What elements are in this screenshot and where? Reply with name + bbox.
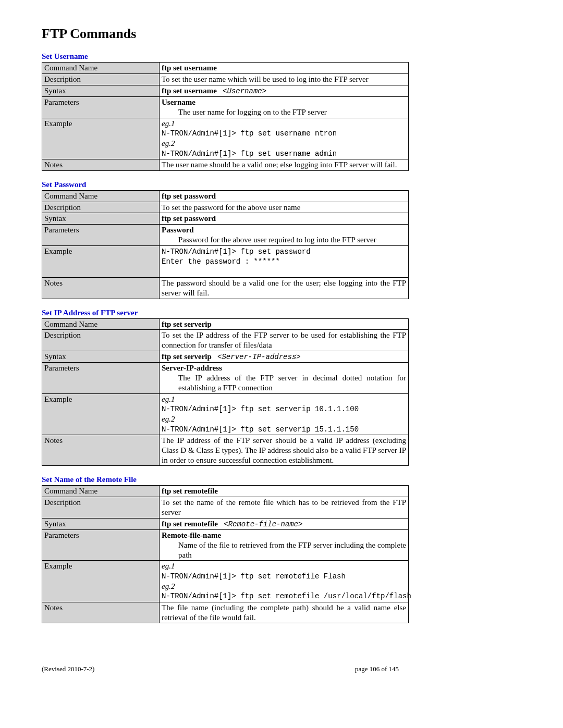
param-name: Server-IP-address: [162, 364, 222, 372]
row-label: Example: [42, 393, 160, 435]
row-label: Syntax: [42, 85, 160, 97]
row-value: Server-IP-address The IP address of the …: [160, 363, 409, 393]
eg-code: N-TRON/Admin#[1]> ftp set remotefile Fla…: [162, 572, 346, 581]
table-set-password: Command Name ftp set password Descriptio…: [42, 190, 409, 299]
row-label: Description: [42, 202, 160, 213]
row-value: To set the user name which will be used …: [160, 73, 409, 85]
syntax-cmd: ftp set remotefile: [162, 520, 218, 528]
row-label: Syntax: [42, 213, 160, 225]
row-label: Example: [42, 118, 160, 159]
row-label: Example: [42, 245, 160, 278]
param-name: Username: [162, 98, 195, 106]
eg-code: N-TRON/Admin#[1]> ftp set remotefile /us…: [162, 592, 411, 600]
row-label: Example: [42, 561, 160, 602]
row-label: Description: [42, 497, 160, 519]
row-value: Username The user name for logging on to…: [160, 97, 409, 118]
row-value: To set the password for the above user n…: [160, 202, 409, 213]
row-label: Parameters: [42, 97, 160, 118]
row-label: Parameters: [42, 530, 160, 561]
row-value: ftp set username <Username>: [160, 85, 409, 97]
param-name: Password: [162, 226, 194, 234]
row-value: ftp set remotefile <Remote-file-name>: [160, 518, 409, 530]
row-value: ftp set remotefile: [160, 486, 409, 497]
row-value: eg.1 N-TRON/Admin#[1]> ftp set username …: [160, 118, 409, 159]
param-name: Remote-file-name: [162, 531, 221, 539]
row-label: Notes: [42, 602, 160, 623]
row-value: The IP address of the FTP server should …: [160, 435, 409, 466]
row-label: Command Name: [42, 318, 160, 330]
row-value: ftp set username: [160, 63, 409, 74]
syntax-arg: <Server-IP-address>: [217, 353, 301, 361]
syntax-arg: <Username>: [223, 87, 266, 95]
section-title-set-remotefile: Set Name of the Remote File: [42, 475, 521, 484]
row-label: Syntax: [42, 351, 160, 363]
page-title: FTP Commands: [42, 26, 521, 42]
row-label: Description: [42, 330, 160, 351]
row-label: Command Name: [42, 63, 160, 74]
row-value: ftp set serverip <Server-IP-address>: [160, 351, 409, 363]
syntax-arg: <Remote-file-name>: [224, 520, 302, 528]
row-value: Password Password for the above user req…: [160, 225, 409, 246]
syntax-cmd: ftp set serverip: [162, 352, 212, 361]
row-value: ftp set serverip: [160, 318, 409, 330]
syntax-cmd: ftp set username: [162, 87, 217, 95]
table-set-username: Command Name ftp set username Descriptio…: [42, 62, 409, 171]
section-title-set-serverip: Set IP Address of FTP server: [42, 309, 521, 317]
param-desc: The user name for logging on to the FTP …: [178, 107, 406, 117]
page-footer: (Revised 2010-7-2) page 106 of 145: [42, 665, 399, 673]
row-label: Notes: [42, 278, 160, 299]
param-desc: Password for the above user required to …: [178, 235, 406, 245]
row-label: Parameters: [42, 363, 160, 393]
eg-label: eg.2: [162, 415, 175, 423]
row-label: Command Name: [42, 486, 160, 497]
row-value: To set the name of the remote file which…: [160, 497, 409, 519]
row-value: eg.1 N-TRON/Admin#[1]> ftp set serverip …: [160, 393, 409, 435]
eg-code: N-TRON/Admin#[1]> ftp set username ntron: [162, 129, 337, 138]
eg-code: N-TRON/Admin#[1]> ftp set serverip 10.1.…: [162, 405, 359, 413]
param-desc: The IP address of the FTP server in deci…: [178, 373, 406, 393]
row-value: The file name (including the complete pa…: [160, 602, 409, 623]
section-title-set-username: Set Username: [42, 52, 521, 61]
eg-label: eg.1: [162, 562, 175, 570]
footer-page-number: page 106 of 145: [355, 665, 399, 673]
row-value: The password should be a valid one for t…: [160, 278, 409, 299]
eg-label: eg.1: [162, 119, 175, 128]
row-value: Remote-file-name Name of the file to ret…: [160, 530, 409, 561]
table-set-serverip: Command Name ftp set serverip Descriptio…: [42, 318, 409, 466]
section-title-set-password: Set Password: [42, 180, 521, 189]
row-label: Parameters: [42, 225, 160, 246]
row-label: Syntax: [42, 518, 160, 530]
eg-code: N-TRON/Admin#[1]> ftp set username admin: [162, 150, 337, 158]
footer-revised: (Revised 2010-7-2): [42, 665, 94, 673]
table-set-remotefile: Command Name ftp set remotefile Descript…: [42, 485, 409, 623]
eg-label: eg.2: [162, 582, 175, 590]
row-value: The user name should be a valid one; els…: [160, 159, 409, 171]
eg-label: eg.1: [162, 395, 175, 403]
row-label: Command Name: [42, 190, 160, 202]
row-label: Description: [42, 73, 160, 85]
eg-code: N-TRON/Admin#[1]> ftp set password Enter…: [162, 248, 311, 276]
row-value: ftp set password: [160, 190, 409, 202]
eg-label: eg.2: [162, 139, 175, 147]
row-value: To set the IP address of the FTP server …: [160, 330, 409, 351]
eg-code: N-TRON/Admin#[1]> ftp set serverip 15.1.…: [162, 425, 359, 434]
row-value: ftp set password: [160, 213, 409, 225]
row-value: eg.1 N-TRON/Admin#[1]> ftp set remotefil…: [160, 561, 409, 602]
row-label: Notes: [42, 159, 160, 171]
row-value: N-TRON/Admin#[1]> ftp set password Enter…: [160, 245, 409, 278]
param-desc: Name of the file to retrieved from the F…: [178, 540, 406, 560]
row-label: Notes: [42, 435, 160, 466]
